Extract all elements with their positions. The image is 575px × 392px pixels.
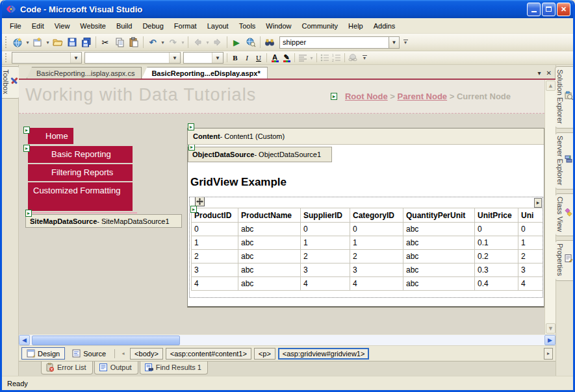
class-view-tab[interactable]: Class View <box>555 193 574 236</box>
tag-asp-content[interactable]: <asp:content#content1> <box>166 348 251 360</box>
table-cell[interactable]: 0.2 <box>475 250 518 263</box>
toolbox-tab[interactable]: Toolbox <box>1 66 20 99</box>
paste-button[interactable] <box>127 35 141 49</box>
table-cell[interactable]: 0 <box>518 223 544 236</box>
open-file-button[interactable] <box>51 35 65 49</box>
menu-community[interactable]: Community <box>296 20 343 32</box>
menu-smarttag-icon[interactable]: ▸ <box>23 127 30 134</box>
table-cell[interactable]: 1 <box>350 236 403 250</box>
gridview-move-handle[interactable] <box>195 197 205 206</box>
column-header[interactable]: ProductName <box>238 208 301 223</box>
font-name-combo[interactable]: ▼ <box>84 52 181 64</box>
toolbar-grip[interactable] <box>5 36 8 48</box>
nav-item-filtering-reports[interactable]: Filtering Reports <box>28 164 133 181</box>
minimize-button[interactable] <box>527 3 541 16</box>
gridview-example-heading[interactable]: GridView Example <box>190 176 287 189</box>
new-website-dropdown-icon[interactable]: ▾ <box>25 40 31 45</box>
objectdatasource-smarttag-icon[interactable]: ▸ <box>188 145 195 151</box>
properties-tab[interactable]: Properties <box>555 240 574 280</box>
column-header[interactable]: UnitPrice <box>475 208 518 223</box>
gridview-smarttag-icon[interactable]: ▸ <box>190 206 197 213</box>
menu-smarttag-icon[interactable]: ▸ <box>23 145 30 152</box>
nav-item-customized-formatting[interactable]: Customized Formatting <box>28 182 133 211</box>
content-control[interactable]: Content - Content1 (Custom) ▸ ObjectData… <box>187 128 544 308</box>
content-control-header[interactable]: Content - Content1 (Custom) <box>188 129 544 145</box>
italic-button[interactable]: I <box>241 52 253 64</box>
undo-dropdown-icon[interactable]: ▾ <box>160 40 166 45</box>
menu-tools[interactable]: Tools <box>234 20 261 32</box>
table-cell[interactable]: 3 <box>350 263 403 277</box>
menu-view[interactable]: View <box>49 20 75 32</box>
table-cell[interactable]: abc <box>403 277 475 291</box>
design-surface[interactable]: Working with Data Tutorials ▸Root Node >… <box>19 79 556 334</box>
table-cell[interactable]: 0.3 <box>475 263 518 277</box>
foreground-color-button[interactable]: A <box>269 52 281 64</box>
find-results-tab[interactable]: Find Results 1 <box>140 361 208 374</box>
table-cell[interactable]: abc <box>403 223 475 236</box>
menu-addins[interactable]: Addins <box>368 20 401 32</box>
cut-button[interactable]: ✂ <box>98 35 112 49</box>
undo-button[interactable]: ↶ <box>146 35 160 49</box>
new-website-button[interactable] <box>10 35 25 49</box>
document-tab-codebehind[interactable]: BasicReporting...isplay.aspx.cs <box>27 67 142 79</box>
table-cell[interactable]: abc <box>238 250 301 263</box>
nav-item-basic-reporting[interactable]: Basic Reporting <box>28 146 133 163</box>
horizontal-scroll-thumb[interactable] <box>32 336 180 345</box>
find-in-files-button[interactable] <box>262 35 277 49</box>
menu-edit[interactable]: Edit <box>27 20 49 32</box>
table-cell[interactable]: 0 <box>350 223 403 236</box>
menu-help[interactable]: Help <box>343 20 368 32</box>
target-rule-combo[interactable]: ▼ <box>12 52 82 64</box>
source-view-button[interactable]: Source <box>68 348 110 359</box>
table-cell[interactable]: abc <box>238 263 301 277</box>
table-cell[interactable]: 0 <box>192 223 238 236</box>
add-new-item-dropdown-icon[interactable]: ▾ <box>45 40 51 45</box>
gridview-smarttag-expand-button[interactable]: ▸ <box>534 198 542 208</box>
table-cell[interactable]: 1 <box>192 236 238 250</box>
column-header[interactable]: Uni <box>518 208 544 223</box>
design-view-button[interactable]: Design <box>21 347 65 360</box>
menu-format[interactable]: Format <box>169 20 202 32</box>
scroll-left-icon[interactable]: ◀ <box>19 335 30 345</box>
table-cell[interactable]: abc <box>403 263 475 277</box>
column-header[interactable]: ProductID <box>192 208 238 223</box>
add-new-item-button[interactable] <box>31 35 45 49</box>
copy-button[interactable] <box>112 35 127 49</box>
table-cell[interactable]: 4 <box>301 277 350 291</box>
content-control-body[interactable]: ▸ ObjectDataSource - ObjectDataSource1 G… <box>188 145 544 307</box>
table-cell[interactable]: abc <box>238 223 301 236</box>
menu-build[interactable]: Build <box>111 20 137 32</box>
table-cell[interactable]: 4 <box>350 277 403 291</box>
tagnav-right-button[interactable]: ▸ <box>544 348 553 360</box>
table-cell[interactable]: 3 <box>518 263 544 277</box>
column-header[interactable]: QuantityPerUnit <box>403 208 475 223</box>
active-files-dropdown-icon[interactable]: ▾ <box>538 69 541 77</box>
sitemapdatasource-control[interactable]: SiteMapDataSource - SiteMapDataSource1 <box>25 214 182 228</box>
table-cell[interactable]: 0.4 <box>475 277 518 291</box>
menu-debug[interactable]: Debug <box>137 20 168 32</box>
table-cell[interactable]: abc <box>403 250 475 263</box>
table-cell[interactable]: 0 <box>475 223 518 236</box>
table-cell[interactable]: abc <box>238 277 301 291</box>
table-cell[interactable]: 3 <box>192 263 238 277</box>
column-header[interactable]: CategoryID <box>350 208 403 223</box>
design-horizontal-scrollbar[interactable]: ◀ ▶ <box>19 334 556 345</box>
scroll-down-icon[interactable]: ▼ <box>546 323 556 334</box>
table-cell[interactable]: 4 <box>518 277 544 291</box>
menu-window[interactable]: Window <box>261 20 296 32</box>
server-explorer-tab[interactable]: Server Explorer <box>555 132 574 190</box>
sitemapdatasource-smarttag-icon[interactable]: ▸ <box>25 210 32 217</box>
save-all-button[interactable] <box>79 35 94 49</box>
table-cell[interactable]: 1 <box>301 236 350 250</box>
tag-p[interactable]: <p> <box>254 348 275 360</box>
solution-explorer-tab[interactable]: Solution Explorer <box>555 66 574 129</box>
maximize-button[interactable] <box>542 3 556 16</box>
table-cell[interactable]: abc <box>238 236 301 250</box>
underline-button[interactable]: U <box>253 52 264 64</box>
table-cell[interactable]: 2 <box>518 250 544 263</box>
tag-body[interactable]: <body> <box>130 348 163 360</box>
browse-with-button[interactable] <box>244 35 258 49</box>
toolbar-grip[interactable] <box>5 53 8 62</box>
find-combo-dropdown-icon[interactable]: ▼ <box>389 36 400 49</box>
objectdatasource-control[interactable]: ObjectDataSource - ObjectDataSource1 <box>188 147 332 162</box>
